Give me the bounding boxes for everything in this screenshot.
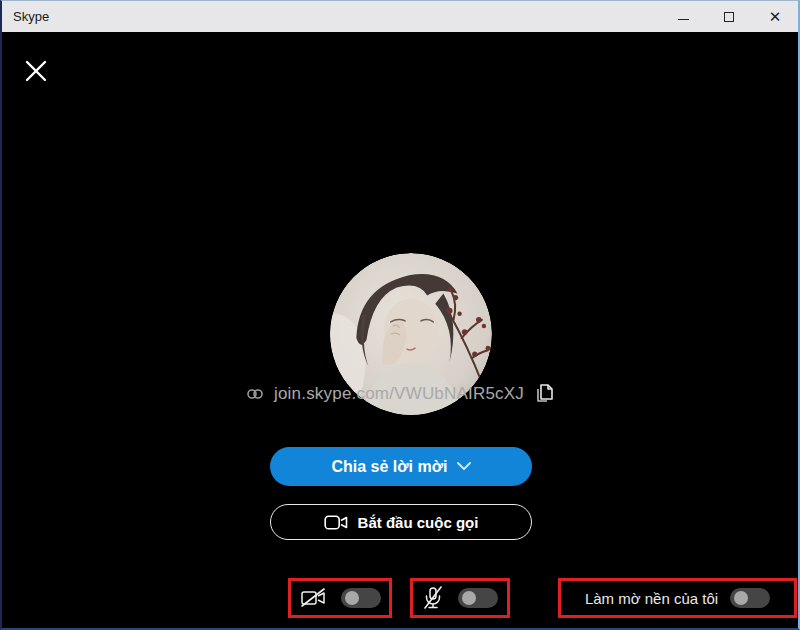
close-icon: ✕ xyxy=(769,9,782,24)
chevron-down-icon xyxy=(457,462,471,471)
blur-toggle-label: Làm mờ nền của tôi xyxy=(585,590,718,607)
video-camera-icon xyxy=(324,514,348,531)
blur-toggle-knob xyxy=(734,591,748,605)
join-link-row: join.skype.com/VWUbNAIR5cXJ xyxy=(2,383,798,405)
link-icon xyxy=(246,387,264,401)
start-call-button[interactable]: Bắt đầu cuộc gọi xyxy=(270,504,532,540)
title-bar: Skype ✕ xyxy=(2,1,798,32)
close-x-icon xyxy=(24,59,48,83)
microphone-off-icon xyxy=(422,586,444,610)
blur-toggle[interactable] xyxy=(730,588,770,608)
video-toggle-group xyxy=(288,578,392,618)
video-toggle-knob xyxy=(345,591,359,605)
skype-window: Skype ✕ xyxy=(0,0,800,630)
join-link-text: join.skype.com/VWUbNAIR5cXJ xyxy=(274,384,524,404)
invite-screen: join.skype.com/VWUbNAIR5cXJ Chia sẻ lời … xyxy=(2,32,798,628)
maximize-icon xyxy=(724,12,734,22)
copy-link-button[interactable] xyxy=(534,383,554,405)
blur-toggle-group: Làm mờ nền của tôi xyxy=(558,578,797,618)
window-controls: ✕ xyxy=(660,1,798,32)
video-toggle[interactable] xyxy=(341,588,381,608)
minimize-icon xyxy=(678,19,689,20)
window-title: Skype xyxy=(13,9,49,24)
maximize-button[interactable] xyxy=(706,1,752,32)
overlay-close-button[interactable] xyxy=(20,55,52,87)
mic-toggle[interactable] xyxy=(458,588,498,608)
close-button[interactable]: ✕ xyxy=(752,1,798,32)
start-call-label: Bắt đầu cuộc gọi xyxy=(358,514,479,531)
mic-toggle-group xyxy=(410,578,510,618)
video-camera-off-icon xyxy=(300,588,327,608)
mic-toggle-knob xyxy=(462,591,476,605)
copy-icon xyxy=(534,383,554,405)
minimize-button[interactable] xyxy=(660,1,706,32)
share-invite-button[interactable]: Chia sẻ lời mời xyxy=(270,447,532,486)
share-invite-label: Chia sẻ lời mời xyxy=(331,458,447,476)
